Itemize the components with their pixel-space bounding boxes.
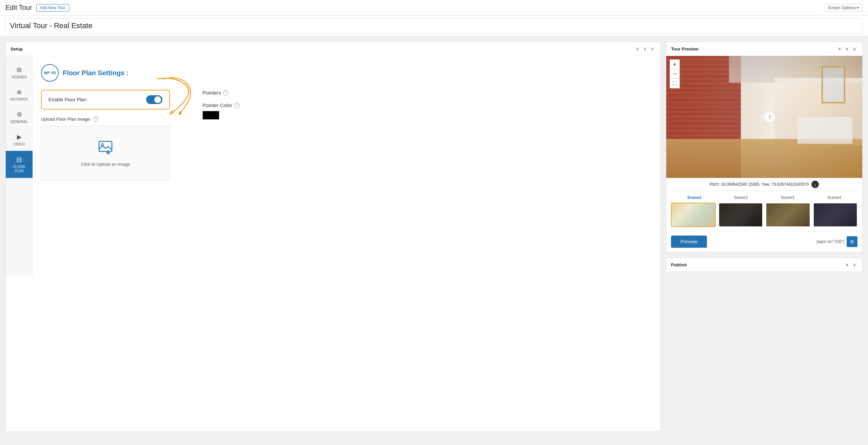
tour-preview-collapse-btn[interactable]: ∧: [851, 45, 857, 52]
pitch-yaw-text: Pitch: 16.060642590 15065, Yaw: 73.63574…: [710, 182, 809, 187]
scene3-thumb[interactable]: [766, 203, 810, 227]
upload-label-text: Upload Floor Plan Image:: [41, 117, 91, 122]
pointer-color-row: Pointer Color ?: [202, 102, 240, 120]
scene3-thumb-image: [766, 203, 810, 226]
svg-marker-0: [178, 111, 182, 115]
tour-preview-up-btn[interactable]: ∧: [836, 45, 843, 52]
panel-up-btn[interactable]: ∧: [634, 45, 640, 52]
nav-arrow[interactable]: ↑: [764, 112, 775, 122]
sidebar-item-floor-plan[interactable]: ⊟ FLOORPLAN: [6, 151, 33, 178]
pitch-yaw-bar: Pitch: 16.060642590 15065, Yaw: 73.63574…: [666, 178, 862, 191]
enable-floor-plan-toggle[interactable]: [146, 95, 162, 104]
scene2-thumb-image: [719, 203, 763, 226]
pointer-color-help-icon[interactable]: ?: [234, 103, 240, 108]
left-panel-body: ⊞ SCENES ⊕ HOTSPOT ⚙ GENERAL ▶ VIDEO ⊟: [6, 56, 660, 276]
right-column: Tour Preview ∧ ∨ ∧: [666, 42, 863, 432]
floor-plan-label: FLOORPLAN: [13, 165, 25, 173]
scene2-thumb[interactable]: [718, 203, 763, 227]
scenes-icon: ⊞: [17, 66, 22, 74]
general-label: GENERAL: [10, 120, 28, 124]
enable-floor-plan-box: Enable Floor Plan:: [41, 90, 170, 109]
upload-label-row: Upload Floor Plan Image: ?: [41, 116, 652, 122]
zoom-in-btn[interactable]: +: [670, 60, 679, 69]
scene1-thumb[interactable]: [671, 203, 716, 227]
pointers-label: Pointers ?: [202, 90, 240, 96]
left-panel: Setup ∧ ∨ ∧ ⊞ SCENES ⊕ HOTSPOT ⚙: [5, 42, 660, 432]
publish-down-btn[interactable]: ∨: [851, 261, 857, 268]
shortcode-area: [wpvr id="156"] ⧉: [817, 236, 857, 247]
toggle-slider: [146, 95, 162, 104]
panel-controls: ∧ ∨ ∧: [634, 45, 655, 52]
expand-btn[interactable]: ⛶: [670, 79, 679, 88]
tour-preview-down-btn[interactable]: ∨: [844, 45, 850, 52]
title-bar: [0, 16, 868, 36]
scenes-labels: Scene1 Scene2 Scene3 Scene4: [671, 195, 857, 200]
panel-down-btn[interactable]: ∨: [642, 45, 648, 52]
publish-panel: Publish ∧ ∨: [666, 258, 863, 272]
edit-tour-label: Edit Tour: [5, 4, 32, 12]
setup-panel-title: Setup: [11, 46, 23, 52]
right-settings: Pointers ? Pointer Color ?: [202, 90, 240, 126]
scene3-label: Scene3: [764, 195, 811, 200]
scene4-thumb[interactable]: [813, 203, 858, 227]
tour-preview-panel: Tour Preview ∧ ∨ ∧: [666, 42, 863, 252]
publish-up-btn[interactable]: ∧: [844, 261, 850, 268]
hotspot-label: HOTSPOT: [10, 97, 28, 101]
scene1-thumb-image: [672, 203, 715, 226]
add-new-tour-button[interactable]: Add New Tour: [36, 4, 69, 12]
sidebar-item-video[interactable]: ▶ VIDEO: [6, 128, 33, 151]
publish-header: Publish ∧ ∨: [666, 258, 862, 272]
hotspot-icon: ⊕: [17, 88, 22, 96]
preview-button[interactable]: Preview: [671, 236, 707, 248]
wpvr-logo: WP VR: [41, 64, 59, 82]
publish-title: Publish: [671, 262, 687, 267]
content-area: WP VR Floor Plan Settings : Enable Floor…: [33, 56, 660, 276]
sidebar-nav: ⊞ SCENES ⊕ HOTSPOT ⚙ GENERAL ▶ VIDEO ⊟: [6, 56, 33, 276]
tour-title-input[interactable]: [5, 18, 863, 33]
pointer-color-label: Pointer Color ?: [202, 102, 240, 108]
scenes-row: Scene1 Scene2 Scene3 Scene4: [666, 191, 862, 231]
svg-rect-1: [99, 141, 112, 151]
scene1-label: Scene1: [671, 195, 718, 200]
section-header: WP VR Floor Plan Settings :: [41, 64, 652, 82]
tour-preview-controls: ∧ ∨ ∧: [836, 45, 857, 52]
tour-preview-title: Tour Preview: [671, 46, 698, 52]
sidebar-item-scenes[interactable]: ⊞ SCENES: [6, 61, 33, 84]
upload-area[interactable]: Click to Upload an Image: [41, 126, 170, 181]
preview-row: Preview [wpvr id="156"] ⧉: [666, 231, 862, 252]
setup-panel-header: Setup ∧ ∨ ∧: [6, 42, 660, 56]
copy-shortcode-btn[interactable]: ⧉: [847, 236, 857, 247]
upload-image-icon: [98, 140, 113, 158]
video-icon: ▶: [17, 133, 22, 141]
zoom-out-btn[interactable]: −: [670, 69, 679, 79]
floor-plan-icon: ⊟: [16, 156, 22, 164]
tour-preview-header: Tour Preview ∧ ∨ ∧: [666, 42, 862, 56]
panel-collapse-btn[interactable]: ∧: [649, 45, 655, 52]
scene4-label: Scene4: [811, 195, 858, 200]
upload-help-icon[interactable]: ?: [93, 116, 98, 122]
scenes-thumbnails: [671, 203, 857, 227]
wpvr-logo-text: WP VR: [44, 71, 56, 75]
download-icon[interactable]: ↓: [811, 181, 819, 188]
scene2-label: Scene2: [718, 195, 765, 200]
pointers-row: Pointers ?: [202, 90, 240, 96]
top-bar-left: Edit Tour Add New Tour: [5, 4, 69, 12]
top-bar: Edit Tour Add New Tour Screen Options ▾: [0, 0, 868, 16]
pointer-color-swatch[interactable]: [202, 111, 219, 120]
publish-controls: ∧ ∨: [844, 261, 857, 268]
sidebar-item-general[interactable]: ⚙ GENERAL: [6, 106, 33, 128]
main-content: Setup ∧ ∨ ∧ ⊞ SCENES ⊕ HOTSPOT ⚙: [0, 36, 868, 437]
map-controls: + − ⛶: [670, 59, 680, 88]
screen-options-button[interactable]: Screen Options ▾: [824, 4, 863, 12]
scene4-thumb-image: [814, 203, 857, 226]
sidebar-item-hotspot[interactable]: ⊕ HOTSPOT: [6, 84, 33, 106]
shortcode-text: [wpvr id="156"]: [817, 239, 844, 244]
pointers-help-icon[interactable]: ?: [223, 90, 229, 96]
enable-floor-plan-label: Enable Floor Plan:: [48, 97, 87, 102]
room-preview: ↑ + − ⛶: [666, 56, 862, 178]
upload-click-text: Click to Upload an Image: [81, 162, 130, 167]
video-label: VIDEO: [13, 142, 25, 146]
general-icon: ⚙: [17, 111, 22, 118]
section-title: Floor Plan Settings :: [63, 69, 129, 77]
scenes-label: SCENES: [12, 75, 27, 79]
